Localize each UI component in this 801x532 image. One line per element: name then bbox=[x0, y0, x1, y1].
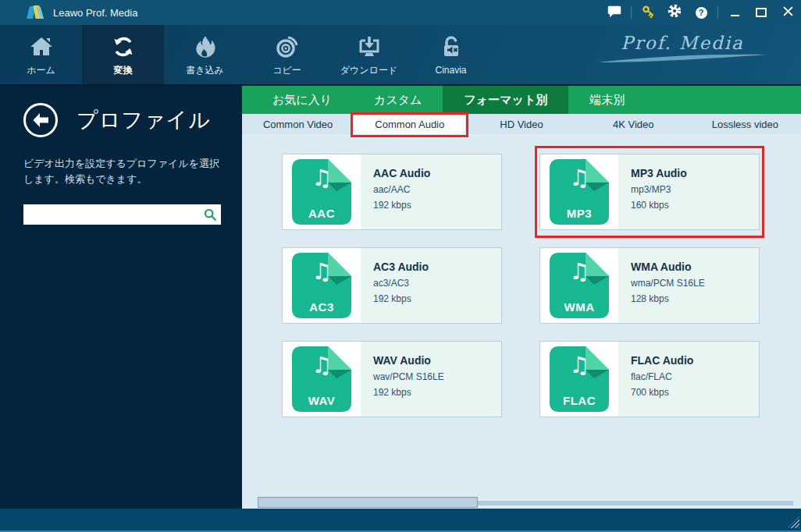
subtab-label: Common Video bbox=[263, 119, 333, 130]
subtab-lossless-video[interactable]: Lossless video bbox=[689, 114, 801, 134]
profile-bitrate: 128 kbps bbox=[631, 293, 759, 304]
profile-codec: ac3/AC3 bbox=[373, 278, 501, 289]
profile-codec: wma/PCM S16LE bbox=[631, 278, 759, 289]
profile-title: WAV Audio bbox=[373, 354, 501, 367]
profile-info: AAC Audio aac/AAC 192 kbps bbox=[361, 154, 501, 229]
back-arrow-icon bbox=[30, 110, 51, 130]
format-icon-zone: ♫ AC3 bbox=[283, 248, 361, 323]
profile-card-mp3[interactable]: ♫ MP3 MP3 Audio mp3/MP3 160 kbps bbox=[539, 154, 760, 230]
profile-info: MP3 Audio mp3/MP3 160 kbps bbox=[618, 154, 759, 229]
format-tabbar: Common Video Common Audio HD Video 4K Vi… bbox=[242, 114, 801, 134]
profile-title: AAC Audio bbox=[373, 167, 501, 179]
profile-title: MP3 Audio bbox=[631, 167, 759, 179]
format-badge: AAC bbox=[292, 207, 351, 220]
format-icon-zone: ♫ AAC bbox=[283, 154, 361, 229]
tab-by-format[interactable]: フォーマット別 bbox=[443, 86, 568, 114]
profile-codec: flac/FLAC bbox=[631, 371, 759, 382]
nav-label: ホーム bbox=[27, 64, 55, 77]
music-note-icon: ♫ bbox=[292, 261, 351, 283]
minimize-button[interactable] bbox=[721, 0, 748, 25]
back-button[interactable] bbox=[23, 103, 58, 137]
titlebar: Leawo Prof. Media ? bbox=[0, 0, 801, 25]
profile-info: FLAC Audio flac/FLAC 700 kbps bbox=[618, 342, 759, 417]
profile-bitrate: 192 kbps bbox=[373, 293, 501, 304]
key-icon bbox=[641, 4, 656, 22]
nav-item-download[interactable]: ダウンロード bbox=[328, 25, 410, 84]
tab-favorites[interactable]: お気に入り bbox=[251, 86, 353, 114]
nav-label: 変換 bbox=[114, 64, 133, 77]
subtab-4k-video[interactable]: 4K Video bbox=[578, 114, 689, 134]
subtab-label: Lossless video bbox=[712, 119, 778, 130]
music-note-icon: ♫ bbox=[292, 167, 351, 190]
format-badge: MP3 bbox=[550, 207, 609, 220]
nav-divider bbox=[0, 84, 801, 86]
profile-info: WMA Audio wma/PCM S16LE 128 kbps bbox=[618, 248, 759, 323]
subtab-common-audio[interactable]: Common Audio bbox=[354, 114, 465, 134]
format-icon-zone: ♫ WAV bbox=[283, 342, 361, 417]
profile-grid-area: ♫ AAC AAC Audio aac/AAC 192 kbps bbox=[242, 134, 801, 509]
search-box bbox=[23, 204, 221, 225]
help-icon: ? bbox=[696, 7, 707, 19]
format-icon-zone: ♫ WMA bbox=[540, 248, 618, 323]
horizontal-scrollbar-thumb[interactable] bbox=[258, 497, 478, 508]
music-note-icon: ♫ bbox=[550, 261, 609, 283]
profile-card-flac[interactable]: ♫ FLAC FLAC Audio flac/FLAC 700 kbps bbox=[539, 341, 760, 417]
category-tabbar: お気に入り カスタム フォーマット別 端末別 bbox=[242, 86, 801, 114]
brand-text: Prof. Media bbox=[596, 33, 768, 53]
tab-label: フォーマット別 bbox=[464, 93, 547, 108]
profile-card-ac3[interactable]: ♫ AC3 AC3 Audio ac3/AC3 192 kbps bbox=[282, 247, 502, 324]
resize-grip[interactable] bbox=[788, 516, 799, 528]
nav-label: ダウンロード bbox=[340, 64, 397, 77]
profile-bitrate: 160 kbps bbox=[631, 200, 759, 211]
search-icon[interactable] bbox=[201, 207, 219, 222]
unlocked-mute-icon bbox=[439, 34, 464, 62]
home-icon bbox=[28, 33, 55, 61]
settings-button[interactable] bbox=[661, 0, 688, 25]
close-button[interactable] bbox=[774, 0, 801, 25]
profile-pane: お気に入り カスタム フォーマット別 端末別 Common Video Comm… bbox=[242, 86, 801, 509]
window-title: Leawo Prof. Media bbox=[53, 7, 137, 19]
tab-label: カスタム bbox=[374, 93, 422, 108]
leawo-logo-icon bbox=[28, 5, 45, 20]
profile-card-aac[interactable]: ♫ AAC AAC Audio aac/AAC 192 kbps bbox=[282, 154, 502, 230]
format-badge: WMA bbox=[550, 300, 609, 314]
nav-item-cinavia[interactable]: Cinavia bbox=[410, 25, 492, 84]
music-note-icon: ♫ bbox=[292, 354, 351, 377]
profile-card-wma[interactable]: ♫ WMA WMA Audio wma/PCM S16LE 128 kbps bbox=[539, 247, 760, 324]
maximize-icon bbox=[756, 8, 767, 17]
feedback-button[interactable] bbox=[601, 0, 628, 25]
nav-item-home[interactable]: ホーム bbox=[0, 25, 82, 84]
profile-card-wav[interactable]: ♫ WAV WAV Audio wav/PCM S16LE 192 kbps bbox=[282, 341, 502, 417]
nav-item-copy[interactable]: コピー bbox=[246, 25, 328, 84]
tab-by-device[interactable]: 端末別 bbox=[568, 86, 646, 114]
format-icon-zone: ♫ FLAC bbox=[540, 342, 618, 417]
profile-info: AC3 Audio ac3/AC3 192 kbps bbox=[361, 248, 501, 323]
brand-underline-swoosh bbox=[596, 53, 768, 64]
close-icon bbox=[783, 5, 793, 20]
subtab-common-video[interactable]: Common Video bbox=[242, 114, 354, 134]
audio-file-icon: ♫ AAC bbox=[292, 159, 351, 225]
nav-label: コピー bbox=[272, 64, 301, 77]
gear-icon bbox=[668, 4, 682, 21]
music-note-icon: ♫ bbox=[550, 167, 609, 190]
tab-custom[interactable]: カスタム bbox=[353, 86, 443, 114]
nav-item-burn[interactable]: 書き込み bbox=[164, 25, 246, 84]
search-input[interactable] bbox=[28, 205, 201, 224]
profile-bitrate: 192 kbps bbox=[373, 387, 501, 398]
audio-file-icon: ♫ MP3 bbox=[550, 159, 609, 225]
flame-icon bbox=[194, 33, 217, 61]
app-window: Leawo Prof. Media ? bbox=[0, 0, 801, 532]
profile-sidebar: プロファイル ビデオ出力を設定するプロファイルを選択します。検索もできます。 bbox=[0, 86, 242, 509]
sidebar-description: ビデオ出力を設定するプロファイルを選択します。検索もできます。 bbox=[23, 156, 225, 187]
status-footer bbox=[0, 509, 801, 532]
profile-info: WAV Audio wav/PCM S16LE 192 kbps bbox=[361, 342, 501, 417]
format-badge: AC3 bbox=[292, 300, 351, 314]
help-button[interactable]: ? bbox=[688, 0, 714, 25]
register-button[interactable] bbox=[635, 0, 661, 25]
nav-label: 書き込み bbox=[186, 64, 224, 77]
maximize-button[interactable] bbox=[748, 0, 774, 25]
profile-grid: ♫ AAC AAC Audio aac/AAC 192 kbps bbox=[282, 154, 801, 417]
nav-item-convert[interactable]: 変換 bbox=[82, 25, 164, 84]
audio-file-icon: ♫ WMA bbox=[550, 253, 609, 318]
subtab-hd-video[interactable]: HD Video bbox=[465, 114, 577, 134]
